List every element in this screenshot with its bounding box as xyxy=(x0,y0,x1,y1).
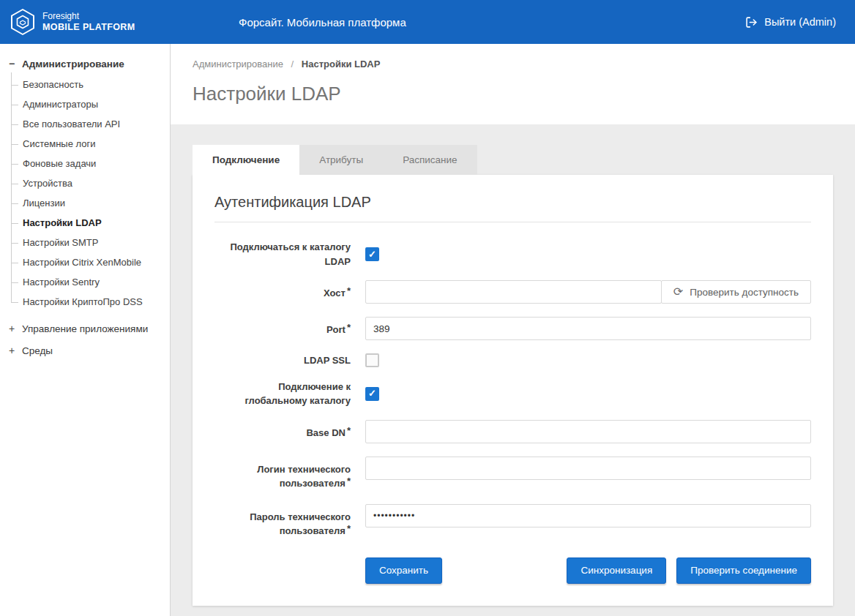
breadcrumb-current: Настройки LDAP xyxy=(302,59,381,70)
sidebar-item-licenses[interactable]: Лицензии xyxy=(0,193,170,213)
required-mark: * xyxy=(347,476,351,487)
main-content: Администрирование / Настройки LDAP Настр… xyxy=(171,44,855,616)
sidebar-item-system-logs[interactable]: Системные логи xyxy=(0,134,170,154)
sidebar-item-sentry-settings[interactable]: Настройки Sentry xyxy=(0,272,170,292)
base-dn-input[interactable] xyxy=(365,420,811,443)
form-row-host: Хост* ⟳ Проверить доступность xyxy=(214,280,811,304)
sidebar-item-security[interactable]: Безопасность xyxy=(0,75,170,94)
sidebar-item-administrators[interactable]: Администраторы xyxy=(0,94,170,114)
form-row-connect-ldap: Подключаться к каталогу LDAP xyxy=(214,240,811,268)
ldap-auth-card: Аутентификация LDAP Подключаться к катал… xyxy=(193,175,833,606)
expand-icon[interactable]: + xyxy=(7,323,16,334)
sidebar-item-smtp-settings[interactable]: Настройки SMTP xyxy=(0,233,170,252)
port-label: Port* xyxy=(214,317,351,337)
form-row-ldap-ssl: LDAP SSL xyxy=(214,353,811,368)
required-mark: * xyxy=(347,523,351,534)
card-title: Аутентификация LDAP xyxy=(214,194,811,222)
work-area: Подключение Атрибуты Расписание Аутентиф… xyxy=(171,124,855,616)
save-button[interactable]: Сохранить xyxy=(365,557,442,584)
global-catalog-label: Подключение к глобальному каталогу xyxy=(214,380,351,408)
logo-text: Foresight MOBILE PLATFORM xyxy=(42,11,135,34)
breadcrumb: Администрирование / Настройки LDAP xyxy=(193,59,833,70)
required-mark: * xyxy=(347,285,351,296)
tab-schedule[interactable]: Расписание xyxy=(383,145,477,175)
tech-login-label: Логин технического пользователя* xyxy=(214,457,351,491)
refresh-icon: ⟳ xyxy=(673,286,683,298)
form-row-password: Пароль технического пользователя* xyxy=(214,504,811,538)
sidebar-item-ldap-settings[interactable]: Настройки LDAP xyxy=(0,213,170,233)
logout-label: Выйти (Admin) xyxy=(764,16,836,28)
port-input[interactable] xyxy=(365,317,811,340)
ldap-ssl-checkbox[interactable] xyxy=(365,353,379,367)
sidebar-admin-tree: Безопасность Администраторы Все пользова… xyxy=(0,75,170,312)
sidebar-item-background-tasks[interactable]: Фоновые задачи xyxy=(0,154,170,173)
tab-connection[interactable]: Подключение xyxy=(193,145,299,175)
sidebar-item-citrix-settings[interactable]: Настройки Citrix XenMobile xyxy=(0,252,170,272)
check-availability-label: Проверить доступность xyxy=(690,287,799,298)
test-connection-button[interactable]: Проверить соединение xyxy=(676,557,811,584)
app-logo: Foresight MOBILE PLATFORM xyxy=(10,8,171,36)
base-dn-label: Base DN* xyxy=(214,420,351,440)
logo-brand: Foresight xyxy=(42,11,135,22)
sidebar-section-app-management[interactable]: + Управление приложениями xyxy=(0,318,170,339)
tech-login-input[interactable] xyxy=(365,457,811,480)
form-row-login: Логин технического пользователя* xyxy=(214,457,811,491)
required-mark: * xyxy=(347,425,351,436)
page-header: Администрирование / Настройки LDAP Настр… xyxy=(171,44,855,124)
connect-ldap-checkbox[interactable] xyxy=(365,247,379,261)
form-row-base-dn: Base DN* xyxy=(214,420,811,443)
app-title: Форсайт. Мобильная платформа xyxy=(239,16,406,29)
foresight-logo-icon xyxy=(10,8,35,36)
breadcrumb-administration[interactable]: Администрирование xyxy=(193,59,283,70)
form-row-global-catalog: Подключение к глобальному каталогу xyxy=(214,380,811,408)
app-header: Foresight MOBILE PLATFORM Форсайт. Мобил… xyxy=(0,0,855,44)
logout-icon xyxy=(745,16,758,29)
ldap-ssl-label: LDAP SSL xyxy=(214,353,351,368)
sidebar-section-administration[interactable]: − Администрирование xyxy=(0,53,170,75)
expand-icon[interactable]: + xyxy=(7,345,16,356)
sidebar-section-label: Среды xyxy=(22,345,53,356)
collapse-icon[interactable]: − xyxy=(7,58,16,70)
sync-button[interactable]: Синхронизация xyxy=(567,557,666,584)
tech-password-input[interactable] xyxy=(365,504,811,527)
logout-button[interactable]: Выйти (Admin) xyxy=(745,16,836,29)
host-label: Хост* xyxy=(214,280,351,301)
logo-subtitle: MOBILE PLATFORM xyxy=(42,22,135,34)
tech-password-label: Пароль технического пользователя* xyxy=(214,504,351,538)
form-actions: Сохранить Синхронизация Проверить соедин… xyxy=(365,557,811,584)
required-mark: * xyxy=(347,322,351,333)
tab-attributes[interactable]: Атрибуты xyxy=(299,145,383,175)
sidebar-item-api-users[interactable]: Все пользователи API xyxy=(0,114,170,134)
form-row-port: Port* xyxy=(214,317,811,340)
sidebar-section-label: Администрирование xyxy=(22,59,124,70)
host-input[interactable] xyxy=(365,280,662,304)
sidebar-item-cryptopro-settings[interactable]: Настройки КриптоПро DSS xyxy=(0,292,170,312)
sidebar: − Администрирование Безопасность Админис… xyxy=(0,44,171,616)
sidebar-section-environments[interactable]: + Среды xyxy=(0,339,170,361)
page-title: Настройки LDAP xyxy=(193,83,833,105)
sidebar-section-label: Управление приложениями xyxy=(22,323,148,334)
connect-ldap-label: Подключаться к каталогу LDAP xyxy=(214,240,351,268)
global-catalog-checkbox[interactable] xyxy=(365,387,379,401)
check-availability-button[interactable]: ⟳ Проверить доступность xyxy=(661,280,811,304)
breadcrumb-separator: / xyxy=(291,59,294,70)
tab-bar: Подключение Атрибуты Расписание xyxy=(193,145,477,175)
sidebar-item-devices[interactable]: Устройства xyxy=(0,173,170,193)
